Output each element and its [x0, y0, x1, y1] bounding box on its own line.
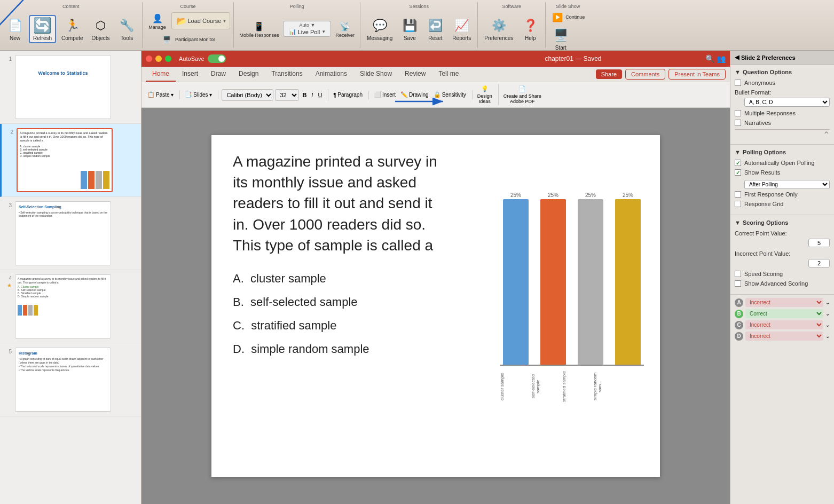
reports-button[interactable]: 📈 Reports [449, 16, 474, 42]
insert-ribbon-button[interactable]: ⬜Insert [372, 90, 397, 99]
sensitivity-button[interactable]: 🔒Sensitivity [432, 90, 468, 99]
slide-thumb-3[interactable]: 3 Self-Selection Sampling • Self-selecti… [0, 197, 141, 270]
tab-slide-show[interactable]: Slide Show [353, 67, 398, 82]
paragraph-button[interactable]: ¶Paragraph [332, 91, 364, 99]
anonymous-checkbox[interactable] [735, 80, 741, 86]
tab-home[interactable]: Home [146, 67, 176, 82]
slide-thumb-1[interactable]: 1 Welcome to Statistics [0, 51, 141, 124]
response-grid-row[interactable]: Response Grid [735, 201, 830, 207]
autosave-label: AutoSave [179, 56, 204, 62]
save-button[interactable]: 💾 Save [398, 16, 421, 42]
tab-draw[interactable]: Draw [204, 67, 232, 82]
reset-button[interactable]: ↩️ Reset [423, 16, 447, 42]
answer-d-select[interactable]: Incorrect Correct [745, 332, 823, 341]
new-button[interactable]: 📄 New [3, 16, 27, 42]
tab-insert[interactable]: Insert [176, 67, 204, 82]
compete-button[interactable]: 🏃 Compete [58, 16, 86, 42]
refresh-button[interactable]: 🔄 Refresh [29, 15, 56, 43]
share-button[interactable]: Share [596, 69, 622, 79]
present-button[interactable]: Present in Teams [668, 69, 726, 80]
bullet-format-label: Bullet Format: [735, 89, 830, 96]
slide-area: A magazine printed a survey in its month… [141, 108, 730, 504]
help-button[interactable]: ❓ Help [518, 16, 542, 42]
auto-open-polling-row[interactable]: ✓ Automatically Open Polling [735, 160, 830, 166]
bullet-format-select[interactable]: A, B, C, D [744, 98, 830, 107]
receiver-button[interactable]: 📡 Receiver [333, 19, 357, 39]
show-results-when-select[interactable]: After Polling During Polling Never [744, 180, 830, 189]
reset-label: Reset [428, 35, 442, 41]
autosave-toggle[interactable] [208, 54, 226, 63]
narratives-row[interactable]: Narratives [735, 120, 830, 126]
participant-monitor-button[interactable]: 🖥️ Participant Monitor [159, 32, 217, 47]
paste-button[interactable]: 📋Paste ▾ [146, 90, 175, 99]
continue-button[interactable]: ▶️ Continue [549, 10, 587, 25]
new-label: New [10, 35, 20, 41]
incorrect-point-value[interactable] [808, 259, 830, 267]
toolbar-section-content: Content 📄 New 🔄 Refresh 🏃 Compete ⬡ Obje… [0, 2, 143, 48]
answer-b-select[interactable]: Incorrect Correct [745, 309, 823, 318]
start-label: Start [555, 45, 567, 51]
sidebar-header-title: Slide 2 Preferences [741, 54, 796, 61]
tab-transitions[interactable]: Transitions [265, 67, 309, 82]
multiple-responses-checkbox[interactable] [735, 110, 741, 116]
underline-button[interactable]: U [316, 91, 324, 99]
design-ideas-button[interactable]: 💡DesignIdeas [476, 84, 494, 105]
speed-scoring-checkbox[interactable] [735, 271, 741, 277]
preferences-button[interactable]: ⚙️ Preferences [481, 16, 516, 42]
answer-b-arrow[interactable]: ⌄ [825, 311, 830, 317]
tools-button[interactable]: 🔧 Tools [115, 16, 139, 42]
bold-button[interactable]: B [301, 91, 308, 99]
minimize-button[interactable] [155, 56, 162, 62]
scroll-up-icon[interactable]: ⌃ [735, 129, 830, 140]
load-course-button[interactable]: 📂 Load Course ▼ [171, 12, 231, 29]
search-icon[interactable]: 🔍 [705, 54, 714, 63]
close-button[interactable] [146, 56, 152, 62]
slide-thumb-5[interactable]: 5 Histogram • A graph consisting of bars… [0, 343, 141, 416]
mobile-responses-button[interactable]: 📱 Mobile Responses [237, 19, 281, 39]
anonymous-row[interactable]: Anonymous [735, 80, 830, 86]
tab-animations[interactable]: Animations [309, 67, 353, 82]
answer-c-select[interactable]: Incorrect Correct [745, 320, 823, 329]
font-name-select[interactable]: Calibri (Body) [222, 89, 273, 101]
slide-thumb-2[interactable]: 2 A magazine printed a survey in its mon… [0, 124, 141, 197]
show-results-row[interactable]: ✓ Show Results [735, 169, 830, 176]
tab-review[interactable]: Review [398, 67, 432, 82]
speed-scoring-row[interactable]: Speed Scoring [735, 271, 830, 277]
live-poll-dropdown[interactable]: Auto ▼ 📊 Live Poll ▼ [283, 21, 331, 37]
drawing-button[interactable]: ✏️Drawing [399, 90, 430, 99]
show-advanced-scoring-row[interactable]: Show Advanced Scoring [735, 280, 830, 287]
correct-point-value[interactable] [808, 239, 830, 247]
create-share-adobe-button[interactable]: 📄Create and ShareAdobe PDF [502, 84, 543, 105]
manage-button[interactable]: 👤 Manage [146, 11, 169, 31]
response-grid-checkbox[interactable] [735, 201, 741, 207]
auto-open-polling-checkbox[interactable]: ✓ [735, 160, 741, 166]
first-response-only-row[interactable]: First Response Only [735, 191, 830, 198]
chart-bar-d: 25% [612, 192, 644, 365]
font-size-select[interactable]: 32 [275, 89, 299, 101]
first-response-only-checkbox[interactable] [735, 191, 741, 198]
new-icon: 📄 [6, 17, 23, 34]
slide-thumb-4[interactable]: 4 ★ A magazine printed a survey in its m… [0, 270, 141, 343]
toolbar-section-polling: Polling 📱 Mobile Responses Auto ▼ 📊 Live… [234, 2, 360, 48]
tab-design[interactable]: Design [232, 67, 265, 82]
preferences-icon: ⚙️ [490, 17, 507, 34]
italic-button[interactable]: I [310, 91, 314, 99]
chart-label-c: stratified sample [562, 368, 587, 405]
start-button[interactable]: 🖥️ Start [549, 26, 572, 52]
objects-button[interactable]: ⬡ Objects [89, 16, 113, 42]
maximize-button[interactable] [165, 56, 171, 62]
narratives-checkbox[interactable] [735, 120, 741, 126]
show-advanced-scoring-checkbox[interactable] [735, 280, 741, 287]
show-results-checkbox[interactable]: ✓ [735, 169, 741, 176]
multiple-responses-row[interactable]: Multiple Responses [735, 110, 830, 116]
answer-c-arrow[interactable]: ⌄ [825, 322, 830, 328]
answer-a-select[interactable]: Incorrect Correct [745, 298, 823, 307]
tab-tell-me[interactable]: Tell me [432, 67, 465, 82]
slides-button[interactable]: 📑Slides ▾ [183, 90, 214, 99]
share-people-icon[interactable]: 👥 [717, 54, 726, 63]
load-course-label: Load Course [188, 18, 222, 24]
messaging-button[interactable]: 💬 Messaging [364, 16, 396, 42]
answer-d-arrow[interactable]: ⌄ [825, 333, 830, 339]
comments-button[interactable]: Comments [625, 69, 665, 80]
answer-a-arrow[interactable]: ⌄ [825, 300, 830, 305]
